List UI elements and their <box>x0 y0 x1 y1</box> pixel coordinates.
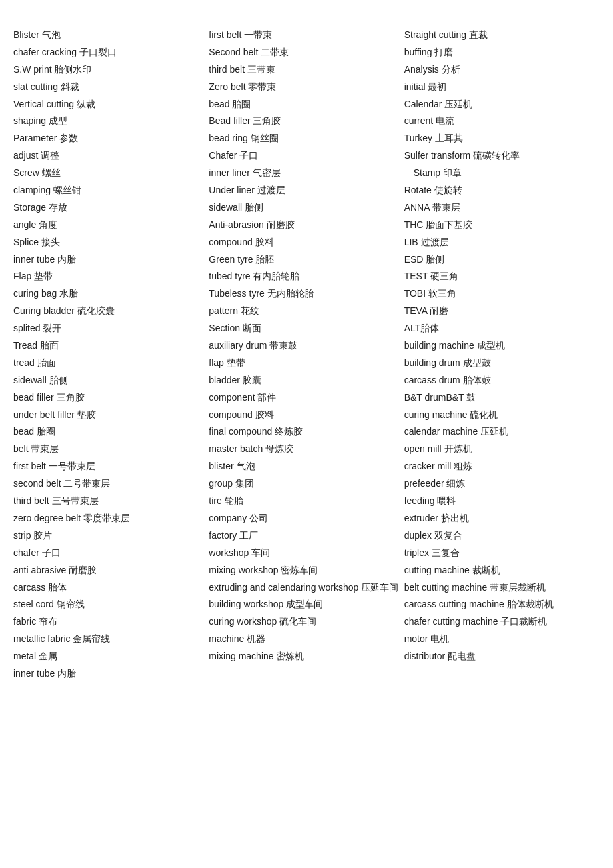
list-item: mixing machine 密炼机 <box>209 648 404 665</box>
list-item: third belt 三号带束层 <box>13 493 209 510</box>
list-item: belt 带束层 <box>13 441 209 458</box>
list-item: bead 胎圈 <box>209 96 404 113</box>
list-item: cutting machine 裁断机 <box>404 562 600 579</box>
list-item: tubed tyre 有内胎轮胎 <box>209 268 404 285</box>
list-item: carcass cutting machine 胎体裁断机 <box>404 596 600 613</box>
list-item: metal 金属 <box>13 648 209 665</box>
list-item: belt cutting machine 带束层裁断机 <box>404 579 600 597</box>
list-item: sidewall 胎侧 <box>13 372 209 389</box>
list-item: triplex 三复合 <box>404 545 600 562</box>
list-item: curing workshop 硫化车间 <box>209 613 404 631</box>
list-item: angle 角度 <box>13 217 209 234</box>
list-item: duplex 双复合 <box>404 527 600 545</box>
list-item: feeding 喂料 <box>404 493 600 510</box>
list-item: Storage 存放 <box>13 199 209 217</box>
list-item: Sulfer transform 硫磺转化率 <box>404 147 600 165</box>
list-item: Green tyre 胎胚 <box>209 251 404 269</box>
list-item: Under liner 过渡层 <box>209 182 404 199</box>
list-item: compound 胶料 <box>209 407 404 424</box>
list-item: building workshop 成型车间 <box>209 596 404 613</box>
list-item: calendar machine 压延机 <box>404 423 600 441</box>
list-item: splited 裂开 <box>13 320 209 337</box>
list-item: adjust 调整 <box>13 147 209 165</box>
list-item: inner tube 内胎 <box>13 251 209 269</box>
list-item: Anti-abrasion 耐磨胶 <box>209 217 404 234</box>
list-item: workshop 车间 <box>209 545 404 562</box>
list-item: Flap 垫带 <box>13 268 209 285</box>
list-item: steel cord 钢帘线 <box>13 596 209 613</box>
list-item: initial 最初 <box>404 79 600 96</box>
list-item: cracker mill 粗炼 <box>404 458 600 475</box>
list-item: Curing bladder 硫化胶囊 <box>13 303 209 320</box>
list-item: TEVA 耐磨 <box>404 303 600 320</box>
list-item: building drum 成型鼓 <box>404 355 600 372</box>
list-item: metallic fabric 金属帘线 <box>13 631 209 648</box>
list-item: Bead filler 三角胶 <box>209 113 404 130</box>
column-1: Blister 气泡chafer cracking 子口裂口S.W print … <box>13 27 209 683</box>
list-item: component 部件 <box>209 389 404 407</box>
list-item: second belt 二号带束层 <box>13 475 209 493</box>
list-item: Tread 胎面 <box>13 337 209 355</box>
list-item: pattern 花纹 <box>209 303 404 320</box>
list-item: S.W print 胎侧水印 <box>13 61 209 79</box>
list-item: Straight cutting 直裁 <box>404 27 600 44</box>
list-item: distributor 配电盘 <box>404 648 600 665</box>
list-item: flap 垫带 <box>209 355 404 372</box>
list-item: strip 胶片 <box>13 527 209 545</box>
list-item: prefeeder 细炼 <box>404 475 600 493</box>
list-item: motor 电机 <box>404 631 600 648</box>
list-item: bladder 胶囊 <box>209 372 404 389</box>
list-item: group 集团 <box>209 475 404 493</box>
list-item: first belt 一带束 <box>209 27 404 44</box>
list-item: ALT胎体 <box>404 320 600 337</box>
list-item: bead filler 三角胶 <box>13 389 209 407</box>
list-item: Turkey 土耳其 <box>404 130 600 147</box>
list-item: Vertical cutting 纵裁 <box>13 96 209 113</box>
list-item: bead ring 钢丝圈 <box>209 130 404 147</box>
list-item: LIB 过渡层 <box>404 234 600 251</box>
column-2: first belt 一带束Second belt 二带束third belt … <box>209 27 404 683</box>
list-item: zero degree belt 零度带束层 <box>13 510 209 527</box>
list-item: current 电流 <box>404 113 600 130</box>
list-item: Chafer 子口 <box>209 147 404 165</box>
list-item: extruding and calendaring workshop 压延车间 <box>209 579 404 597</box>
list-item: tire 轮胎 <box>209 493 404 510</box>
list-item: building machine 成型机 <box>404 337 600 355</box>
list-item: first belt 一号带束层 <box>13 458 209 475</box>
list-item: Calendar 压延机 <box>404 96 600 113</box>
list-item: company 公司 <box>209 510 404 527</box>
list-item: slat cutting 斜裁 <box>13 79 209 96</box>
list-item: inner tube 内胎 <box>13 665 209 683</box>
list-item: TEST 硬三角 <box>404 268 600 285</box>
list-item: inner liner 气密层 <box>209 165 404 182</box>
list-item: tread 胎面 <box>13 355 209 372</box>
list-item: curing bag 水胎 <box>13 285 209 303</box>
list-item: ESD 胎侧 <box>404 251 600 269</box>
list-item: Splice 接头 <box>13 234 209 251</box>
list-item: chafer cutting machine 子口裁断机 <box>404 613 600 631</box>
list-item: third belt 三带束 <box>209 61 404 79</box>
list-item: Blister 气泡 <box>13 27 209 44</box>
list-item: THC 胎面下基胶 <box>404 217 600 234</box>
list-item: compound 胶料 <box>209 234 404 251</box>
list-item: machine 机器 <box>209 631 404 648</box>
list-item: final compound 终炼胶 <box>209 423 404 441</box>
list-item: ANNA 带束层 <box>404 199 600 217</box>
list-item: auxiliary drum 带束鼓 <box>209 337 404 355</box>
list-item: shaping 成型 <box>13 113 209 130</box>
list-item: clamping 螺丝钳 <box>13 182 209 199</box>
list-item: chafer cracking 子口裂口 <box>13 44 209 61</box>
list-item: Analysis 分析 <box>404 61 600 79</box>
list-item: under belt filler 垫胶 <box>13 407 209 424</box>
list-item: master batch 母炼胶 <box>209 441 404 458</box>
list-item: factory 工厂 <box>209 527 404 545</box>
list-item: extruder 挤出机 <box>404 510 600 527</box>
list-item: blister 气泡 <box>209 458 404 475</box>
list-item: anti abrasive 耐磨胶 <box>13 562 209 579</box>
list-item: Section 断面 <box>209 320 404 337</box>
list-item: Rotate 使旋转 <box>404 182 600 199</box>
column-3: Straight cutting 直裁buffing 打磨Analysis 分析… <box>404 27 600 683</box>
list-item: curing machine 硫化机 <box>404 407 600 424</box>
list-item: fabric 帘布 <box>13 613 209 631</box>
list-item: B&T drumB&T 鼓 <box>404 389 600 407</box>
